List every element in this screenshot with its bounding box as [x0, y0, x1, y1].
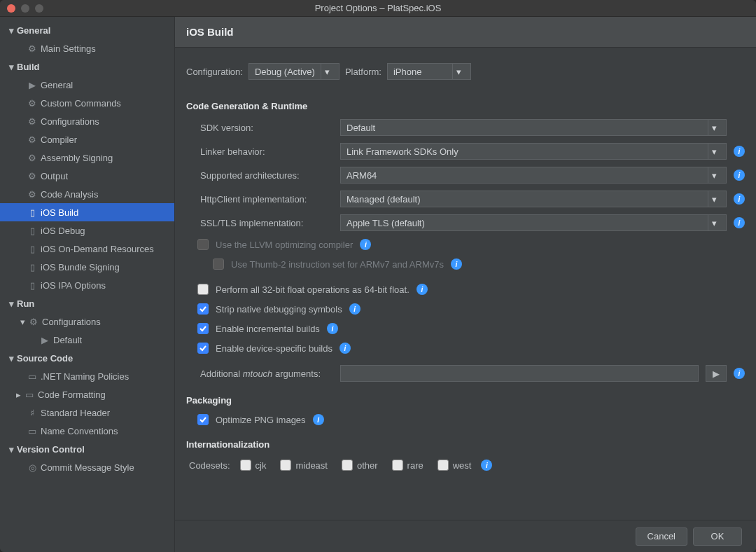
sidebar-item-run-default[interactable]: ▶ Default [0, 331, 174, 349]
card-icon: ▭ [22, 389, 36, 400]
strip-symbols-checkbox[interactable] [197, 303, 209, 315]
codeset-cjk[interactable]: cjk [240, 460, 267, 471]
info-icon[interactable]: i [416, 284, 428, 295]
sidebar-item--net-naming-policies[interactable]: ▭.NET Naming Policies [0, 367, 174, 385]
target-icon: ◎ [25, 462, 39, 473]
sidebar-section-version-control[interactable]: ▾Version Control [0, 440, 174, 458]
info-icon[interactable]: i [734, 217, 745, 228]
sidebar-item-label: Code Analysis [39, 189, 98, 200]
sidebar-item-label: iOS Bundle Signing [39, 262, 120, 272]
sidebar-item-code-analysis[interactable]: ⚙Code Analysis [0, 185, 174, 203]
sidebar-item-commit-message-style[interactable]: ◎ Commit Message Style [0, 458, 174, 476]
project-options-window: Project Options – PlatSpec.iOS ▾General … [0, 0, 756, 552]
thumb2-label: Use Thumb-2 instruction set for ARMv7 an… [231, 259, 444, 270]
content: iOS Build Configuration: Debug (Active) … [175, 17, 756, 552]
sidebar-item-ios-build[interactable]: ▯iOS Build [0, 203, 174, 221]
sidebar-item-ios-ipa-options[interactable]: ▯iOS IPA Options [0, 276, 174, 294]
optimize-png-checkbox[interactable] [197, 414, 209, 425]
phone-icon: ▯ [25, 226, 39, 236]
sidebar-item-main-settings[interactable]: ⚙ Main Settings [0, 39, 174, 57]
info-icon[interactable]: i [734, 368, 745, 379]
gear-icon: ⚙ [25, 171, 39, 181]
sidebar-item-code-formatting[interactable]: ▸▭Code Formatting [0, 385, 174, 403]
codeset-rare-label: rare [407, 460, 424, 471]
ssltls-select[interactable]: Apple TLS (default) ▾ [340, 214, 727, 231]
sidebar-item-assembly-signing[interactable]: ⚙Assembly Signing [0, 149, 174, 167]
llvm-label: Use the LLVM optimizing compiler [216, 240, 353, 250]
play-icon: ▶ [38, 335, 52, 345]
platform-select[interactable]: iPhone ▾ [387, 63, 471, 80]
sidebar-item-output[interactable]: ⚙Output [0, 167, 174, 185]
supported-architectures-label: Supported architectures: [186, 170, 340, 181]
window-title: Project Options – PlatSpec.iOS [0, 3, 756, 13]
sidebar-item-label: iOS Build [39, 207, 78, 218]
chevron-down-icon: ▾ [321, 64, 333, 79]
supported-architectures-select[interactable]: ARM64 ▾ [340, 167, 727, 184]
codeset-rare[interactable]: rare [392, 460, 424, 471]
sidebar-item-label: Name Conventions [39, 426, 118, 436]
codeset-rare-checkbox[interactable] [392, 460, 403, 471]
strip-symbols-label: Strip native debugging symbols [216, 304, 342, 315]
sdk-version-select[interactable]: Default ▾ [340, 119, 727, 136]
ok-button[interactable]: OK [693, 527, 742, 546]
section-i18n: Internationalization [175, 429, 756, 454]
codesets-label: Codesets: [189, 460, 230, 471]
codeset-cjk-checkbox[interactable] [240, 460, 251, 471]
info-icon[interactable]: i [349, 303, 360, 315]
linker-behavior-select[interactable]: Link Framework SDKs Only ▾ [340, 143, 727, 160]
info-icon[interactable]: i [360, 239, 371, 250]
sidebar-section-source-code[interactable]: ▾Source Code [0, 349, 174, 367]
sidebar-item-configurations[interactable]: ⚙Configurations [0, 112, 174, 130]
sidebar-section-general[interactable]: ▾General [0, 21, 174, 39]
sidebar-item-label: .NET Naming Policies [39, 371, 129, 382]
sidebar-item-custom-commands[interactable]: ⚙Custom Commands [0, 94, 174, 112]
gear-icon: ⚙ [25, 134, 39, 145]
sidebar-item-ios-bundle-signing[interactable]: ▯iOS Bundle Signing [0, 258, 174, 276]
sidebar-item-label: Compiler [39, 134, 77, 145]
phone-icon: ▯ [25, 280, 39, 291]
page-title: iOS Build [175, 17, 756, 48]
cancel-button[interactable]: Cancel [636, 527, 687, 546]
thumb2-checkbox [213, 258, 224, 270]
sidebar-section-run[interactable]: ▾Run [0, 294, 174, 312]
sidebar-item-standard-header[interactable]: ♯Standard Header [0, 403, 174, 422]
codeset-other-checkbox[interactable] [342, 460, 353, 471]
gear-icon: ⚙ [25, 43, 39, 54]
httpclient-select[interactable]: Managed (default) ▾ [340, 191, 727, 207]
sidebar-item-ios-debug[interactable]: ▯iOS Debug [0, 221, 174, 240]
mtouch-arguments-input[interactable] [340, 365, 699, 382]
info-icon[interactable]: i [451, 258, 462, 270]
sidebar-section-build[interactable]: ▾Build [0, 57, 174, 76]
codeset-other[interactable]: other [342, 460, 378, 471]
section-packaging: Packaging [175, 385, 756, 410]
chevron-down-icon: ▾ [708, 144, 720, 159]
sidebar-item-compiler[interactable]: ⚙Compiler [0, 130, 174, 149]
float32-checkbox[interactable] [197, 284, 209, 295]
sidebar-item-name-conventions[interactable]: ▭Name Conventions [0, 422, 174, 440]
sidebar-item-ios-on-demand-resources[interactable]: ▯iOS On-Demand Resources [0, 240, 174, 258]
info-icon[interactable]: i [313, 414, 324, 425]
mtouch-expand-button[interactable]: ▶ [706, 365, 727, 382]
info-icon[interactable]: i [734, 170, 745, 181]
phone-icon: ▯ [25, 262, 39, 272]
info-icon[interactable]: i [481, 460, 492, 471]
play-icon: ▶ [25, 80, 39, 90]
device-specific-builds-checkbox[interactable] [197, 343, 209, 354]
info-icon[interactable]: i [734, 146, 745, 157]
gear-icon: ⚙ [25, 153, 39, 163]
configuration-select[interactable]: Debug (Active) ▾ [248, 63, 340, 80]
codeset-west[interactable]: west [438, 460, 472, 471]
sidebar-item-label: General [39, 80, 73, 90]
info-icon[interactable]: i [734, 193, 745, 205]
sidebar-item-general[interactable]: ▶General [0, 76, 174, 94]
phone-icon: ▯ [25, 244, 39, 254]
info-icon[interactable]: i [340, 343, 351, 354]
codeset-mideast-checkbox[interactable] [280, 460, 291, 471]
codeset-mideast[interactable]: mideast [280, 460, 328, 471]
configuration-label: Configuration: [186, 67, 243, 77]
sidebar-item-run-configurations[interactable]: ▾⚙ Configurations [0, 312, 174, 331]
incremental-builds-checkbox[interactable] [197, 323, 209, 334]
hash-icon: ♯ [25, 408, 39, 418]
codeset-west-checkbox[interactable] [438, 460, 449, 471]
info-icon[interactable]: i [327, 323, 338, 334]
